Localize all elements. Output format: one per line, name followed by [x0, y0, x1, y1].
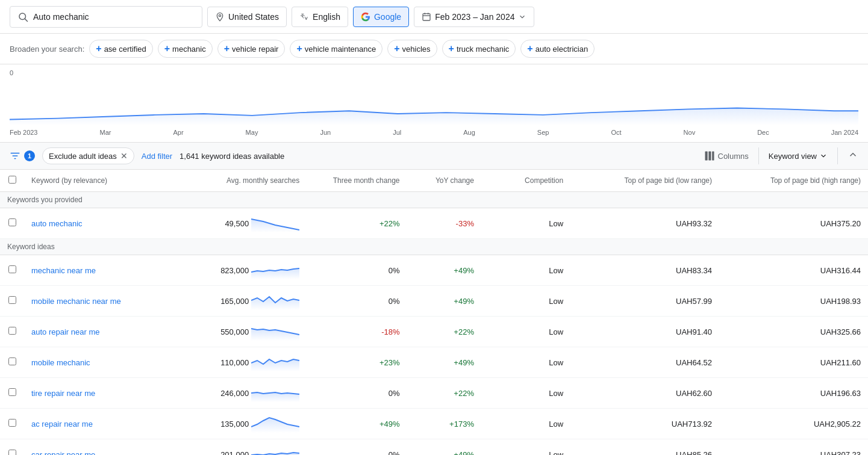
row-checkbox[interactable] [8, 218, 16, 226]
section-header-label: Keyword ideas [0, 239, 868, 255]
row-checkbox-cell [0, 347, 24, 378]
remove-filter-btn[interactable]: ✕ [120, 151, 128, 161]
broaden-chip-vehicle-repair[interactable]: + vehicle repair [217, 40, 286, 58]
competition-cell: Low [481, 286, 570, 317]
collapse-btn[interactable] [848, 149, 858, 162]
row-checkbox[interactable] [8, 450, 16, 455]
sparkline [251, 415, 299, 433]
competition-cell: Low [481, 347, 570, 378]
keyword-cell[interactable]: car repair near me [24, 439, 173, 456]
keyword-cell[interactable]: mobile mechanic [24, 347, 173, 378]
header-keyword: Keyword (by relevance) [24, 170, 173, 192]
header-checkbox[interactable] [0, 170, 24, 192]
table-row: mobile mechanic110,000+23%+49%LowUAH64.5… [0, 347, 868, 378]
table: Keyword (by relevance) Avg. monthly sear… [0, 170, 868, 455]
bid-high-cell: UAH2,905.22 [719, 409, 868, 439]
row-checkbox[interactable] [8, 265, 16, 273]
broaden-chip-vehicle-maintenance[interactable]: + vehicle maintenance [290, 40, 382, 58]
header-bid-low: Top of page bid (low range) [570, 170, 719, 192]
chevron-down-icon [518, 13, 526, 21]
broaden-chip-truck-mechanic[interactable]: + truck mechanic [442, 40, 516, 58]
keyword-cell[interactable]: auto mechanic [24, 208, 173, 239]
keyword-view-btn[interactable]: Keyword view [769, 152, 828, 161]
bid-low-cell: UAH93.32 [570, 208, 719, 239]
date-range-btn[interactable]: Feb 2023 – Jan 2024 [414, 7, 534, 27]
platform-filter-btn[interactable]: Google [353, 7, 409, 27]
sparkline [251, 261, 299, 279]
bid-low-cell: UAH64.52 [570, 347, 719, 378]
yoy-cell: +49% [407, 439, 481, 456]
language-label: English [313, 12, 340, 22]
svg-rect-9 [712, 152, 714, 161]
location-filter-btn[interactable]: United States [207, 7, 287, 27]
bid-high-cell: UAH307.23 [719, 439, 868, 456]
divider [758, 147, 759, 164]
table-row: mobile mechanic near me165,0000%+49%LowU… [0, 286, 868, 317]
broaden-chip-mechanic[interactable]: + mechanic [158, 40, 213, 58]
broaden-chip-ase-certified[interactable]: + ase certified [89, 40, 152, 58]
chevron-down-icon [819, 152, 828, 160]
broaden-chip-auto-electrician[interactable]: + auto electrician [520, 40, 595, 58]
avg-monthly-cell: 110,000 [173, 347, 307, 378]
keyword-cell[interactable]: tire repair near me [24, 378, 173, 409]
location-label: United States [228, 12, 279, 22]
search-input[interactable] [33, 12, 154, 22]
svg-line-1 [25, 19, 27, 21]
broaden-chip-vehicle-repair-label: vehicle repair [232, 45, 278, 54]
avg-monthly-cell: 165,000 [173, 286, 307, 317]
bid-high-cell: UAH316.44 [719, 255, 868, 286]
search-icon [17, 11, 28, 22]
add-filter-btn[interactable]: Add filter [142, 152, 172, 161]
competition-cell: Low [481, 409, 570, 439]
row-checkbox[interactable] [8, 327, 16, 335]
row-checkbox[interactable] [8, 358, 16, 365]
avg-monthly-value: 110,000 [213, 358, 249, 367]
yoy-cell: +49% [407, 286, 481, 317]
columns-btn[interactable]: Columns [704, 150, 749, 162]
plus-icon: + [527, 43, 532, 54]
select-all-checkbox[interactable] [8, 176, 16, 184]
avg-monthly-value: 49,500 [213, 219, 249, 228]
yoy-cell: +173% [407, 409, 481, 439]
svg-rect-8 [708, 152, 711, 161]
search-box[interactable] [10, 6, 202, 28]
broaden-chip-vehicles[interactable]: + vehicles [387, 40, 437, 58]
row-checkbox[interactable] [8, 296, 16, 304]
table-row: tire repair near me246,0000%+22%LowUAH62… [0, 378, 868, 409]
avg-monthly-value: 165,000 [213, 297, 249, 306]
row-checkbox-cell [0, 439, 24, 456]
right-controls: Columns Keyword view [704, 147, 859, 164]
header-avg-monthly: Avg. monthly searches [173, 170, 307, 192]
keyword-cell[interactable]: mobile mechanic near me [24, 286, 173, 317]
keyword-cell[interactable]: mechanic near me [24, 255, 173, 286]
chart-month-0: Feb 2023 [10, 129, 37, 136]
plus-icon: + [296, 43, 302, 54]
sparkline [251, 353, 299, 371]
keyword-cell[interactable]: auto repair near me [24, 317, 173, 347]
columns-label: Columns [718, 152, 749, 161]
language-filter-btn[interactable]: English [292, 7, 348, 27]
row-checkbox-cell [0, 317, 24, 347]
row-checkbox[interactable] [8, 419, 16, 427]
bid-high-cell: UAH325.66 [719, 317, 868, 347]
bid-low-cell: UAH91.40 [570, 317, 719, 347]
chart-month-8: Oct [611, 129, 621, 136]
avg-monthly-value: 135,000 [213, 419, 249, 429]
table-row: mechanic near me823,0000%+49%LowUAH83.34… [0, 255, 868, 286]
plus-icon: + [224, 43, 229, 54]
competition-cell: Low [481, 208, 570, 239]
plus-icon: + [394, 43, 399, 54]
row-checkbox[interactable] [8, 388, 16, 396]
keyword-view-label: Keyword view [769, 152, 817, 161]
chart-month-3: May [246, 129, 258, 136]
broaden-chip-ase-certified-label: ase certified [104, 45, 146, 54]
filter-icon-btn[interactable]: 1 [10, 150, 35, 161]
calendar-icon [422, 12, 431, 22]
svg-rect-7 [705, 152, 707, 161]
chart-month-7: Sep [537, 129, 549, 136]
filter-bar: 1 Exclude adult ideas ✕ Add filter 1,641… [0, 143, 868, 170]
keyword-cell[interactable]: ac repair near me [24, 409, 173, 439]
yoy-cell: -33% [407, 208, 481, 239]
exclude-adult-label: Exclude adult ideas [49, 152, 117, 161]
three-month-cell: 0% [307, 378, 407, 409]
